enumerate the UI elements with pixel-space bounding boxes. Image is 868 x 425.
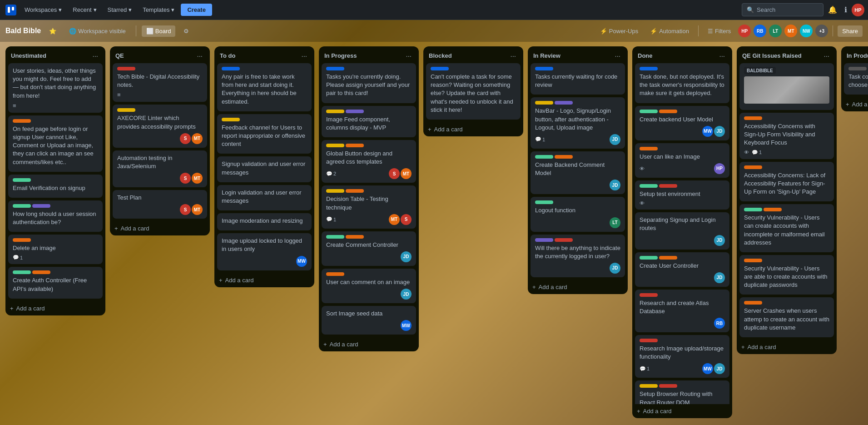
card[interactable]: Test PlanSMT xyxy=(113,190,207,219)
card[interactable]: Can't complete a task for some reason? W… xyxy=(426,63,521,120)
card[interactable]: Tech Bible - Digital Accessibility notes… xyxy=(113,63,207,102)
card[interactable]: Global Button design and agreed css temp… xyxy=(322,140,416,183)
card[interactable]: Tasks currently waiting for code review xyxy=(531,63,625,95)
card[interactable]: Research Image upload/storage functional… xyxy=(635,335,729,378)
templates-menu[interactable]: Templates ▾ xyxy=(138,4,179,16)
member-avatar-nw[interactable]: NW xyxy=(800,25,813,37)
card[interactable]: Create Auth Controller (Free API's avail… xyxy=(8,267,103,298)
app-logo[interactable] xyxy=(4,3,18,17)
card[interactable]: Any pair is free to take work from here … xyxy=(217,63,312,111)
member-avatar-lt[interactable]: LT xyxy=(769,25,782,37)
card[interactable]: Create backend User ModelMWJD xyxy=(635,106,729,140)
card[interactable]: Decision Table - Testing technique 1MTS xyxy=(322,185,416,228)
card[interactable]: Logout functionLT xyxy=(531,197,625,231)
card[interactable]: Login validation and user error messages xyxy=(217,185,312,210)
info-btn[interactable]: ℹ xyxy=(842,4,850,16)
card[interactable]: BALDBIBLE xyxy=(739,63,834,110)
card[interactable]: Server Crashes when users attemp to crea… xyxy=(739,297,834,337)
list-menu-button[interactable]: ··· xyxy=(90,51,100,60)
card[interactable]: Email Verification on signup xyxy=(8,175,103,198)
card[interactable]: Task done, but not deployed. It's the ta… xyxy=(635,63,729,103)
member-avatar-mt[interactable]: MT xyxy=(784,25,797,37)
card-labels xyxy=(222,118,307,121)
card[interactable]: Image upload locked to logged in users o… xyxy=(217,233,312,270)
card[interactable]: Create Comment ControllerJD xyxy=(322,231,416,266)
card[interactable]: Create Backend Comment ModelJD xyxy=(531,151,625,194)
card[interactable]: User can comment on an imageJD xyxy=(322,269,416,303)
workspace-visible-btn[interactable]: 🌐 Workspace visible xyxy=(64,25,130,37)
add-card-button[interactable]: +Add a card xyxy=(632,404,732,418)
card[interactable]: AXECORE Linter which provides accessibil… xyxy=(113,105,207,147)
card-labels xyxy=(744,116,829,120)
card[interactable]: Image moderation and resizing xyxy=(217,213,312,230)
list-menu-button[interactable]: ··· xyxy=(822,51,831,60)
add-card-button[interactable]: +Add a card xyxy=(841,97,868,111)
add-card-button[interactable]: +Add a card xyxy=(737,340,837,354)
list-menu-button[interactable]: ··· xyxy=(195,51,204,60)
add-card-button[interactable]: +Add a card xyxy=(319,337,419,351)
add-card-button[interactable]: +Add a card xyxy=(528,280,628,294)
card-label xyxy=(744,259,762,262)
card[interactable]: Accessibility Concerns with Sign-Up Form… xyxy=(739,113,834,159)
recent-menu[interactable]: Recent ▾ xyxy=(68,4,101,16)
card[interactable]: Setup Browser Routing with React Router … xyxy=(635,380,729,404)
starred-menu[interactable]: Starred ▾ xyxy=(103,4,137,16)
card-title: Tasks you're currently doing. Please ass… xyxy=(326,73,412,98)
card-badges: 2 xyxy=(326,171,336,177)
card[interactable]: Will there be anything to indicate the c… xyxy=(531,235,625,277)
list-menu-button[interactable]: ··· xyxy=(508,51,518,60)
card[interactable]: Accessibility Concerns: Lack of Accessib… xyxy=(739,162,834,202)
list-menu-button[interactable]: ··· xyxy=(717,51,727,60)
workspaces-menu[interactable]: Workspaces ▾ xyxy=(20,4,66,16)
card[interactable]: Create User ControllerJD xyxy=(635,252,729,287)
add-card-button[interactable]: +Add a card xyxy=(423,122,523,136)
card[interactable]: Image Feed component, columns display - … xyxy=(322,106,416,137)
card[interactable]: How long should a user session authentic… xyxy=(8,200,103,232)
list-menu-button[interactable]: ··· xyxy=(613,51,622,60)
add-card-button[interactable]: +Add a card xyxy=(110,221,210,235)
power-ups-btn[interactable]: ⚡ Power-Ups xyxy=(595,25,643,37)
list-menu-button[interactable]: ··· xyxy=(404,51,413,60)
list-menu-button[interactable]: ··· xyxy=(299,51,309,60)
card[interactable]: Security Vulnerability - Users can creat… xyxy=(739,204,834,252)
star-button[interactable]: ⭐ xyxy=(45,25,61,37)
card[interactable]: Tasks you're currently doing. Please ass… xyxy=(322,63,416,103)
card[interactable]: Research and create Atlas DatabaseRB xyxy=(635,290,729,332)
filters-btn[interactable]: ☰ Filters xyxy=(703,25,735,37)
card-title: User stories, ideas, other things you mi… xyxy=(13,67,98,100)
card-labels: BALDBIBLE xyxy=(744,67,829,74)
card[interactable]: Feedback channel for Users to report ina… xyxy=(217,114,312,154)
card-label xyxy=(326,67,344,70)
comments-badge: 1 xyxy=(535,136,545,142)
card-labels xyxy=(744,165,829,169)
share-btn[interactable]: Share xyxy=(838,25,863,37)
card[interactable]: Delete an image 1 xyxy=(8,235,103,264)
user-avatar-1[interactable]: HP xyxy=(852,4,864,16)
member-avatar-hp[interactable]: HP xyxy=(738,25,751,37)
card[interactable]: Setup test environment xyxy=(635,180,729,210)
member-avatar-rb[interactable]: RB xyxy=(754,25,766,37)
card[interactable]: User stories, ideas, other things you mi… xyxy=(8,63,103,113)
search-box[interactable]: 🔍 Search xyxy=(742,3,823,16)
card[interactable]: Task compl… your face fr… choose you… xyxy=(844,63,868,95)
automation-btn[interactable]: ⚡ Automation xyxy=(645,25,694,37)
board-title[interactable]: Bald Bible xyxy=(5,27,41,35)
card[interactable]: User can like an ImageHP xyxy=(635,143,729,178)
board-view-btn[interactable]: ⬜ Board xyxy=(142,25,176,37)
card[interactable]: Sort Image seed dataMW xyxy=(322,306,416,335)
card[interactable]: Signup validation and user error message… xyxy=(217,156,312,182)
card[interactable]: On feed page before login or signup User… xyxy=(8,115,103,172)
notification-btn[interactable]: 🔔 xyxy=(825,4,840,16)
list-cards-qe: Tech Bible - Digital Accessibility notes… xyxy=(110,63,210,221)
add-card-button[interactable]: +Add a card xyxy=(214,273,314,287)
card[interactable]: Automation testing in Java/SeleniumSMT xyxy=(113,150,207,187)
card-title: Signup validation and user error message… xyxy=(222,160,307,176)
customize-btn[interactable]: ⚙ xyxy=(179,25,193,37)
member-avatar-extra[interactable]: +3 xyxy=(815,25,828,37)
card[interactable]: Separating Signup and Login routesJD xyxy=(635,212,729,249)
card[interactable]: NavBar - Logo, Signup/Login button, afte… xyxy=(531,97,625,149)
card-labels xyxy=(326,189,412,193)
add-card-button[interactable]: +Add a card xyxy=(5,301,105,315)
card[interactable]: Security Vulnerability - Users are able … xyxy=(739,255,834,295)
create-button[interactable]: Create xyxy=(181,4,212,16)
